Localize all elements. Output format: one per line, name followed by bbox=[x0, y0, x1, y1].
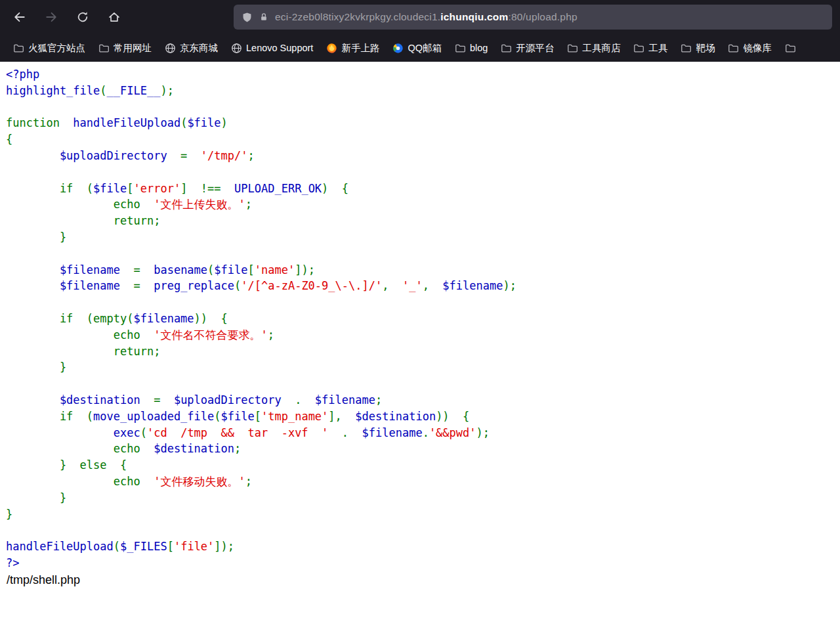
code-token: return; bbox=[6, 214, 160, 227]
code-token: . bbox=[282, 393, 315, 406]
code-token: $filename bbox=[6, 263, 120, 276]
globe-icon bbox=[165, 43, 176, 54]
code-token: ) bbox=[221, 116, 228, 129]
back-icon bbox=[14, 11, 26, 23]
code-token: = bbox=[120, 263, 154, 276]
code-line: if (empty($filename)) { bbox=[6, 311, 840, 327]
back-button[interactable] bbox=[8, 5, 32, 29]
code-line bbox=[6, 522, 840, 538]
code-token: $file bbox=[214, 263, 247, 276]
code-token: handleFileUpload bbox=[73, 116, 180, 129]
code-token: ( bbox=[140, 426, 147, 439]
forward-button[interactable] bbox=[39, 5, 63, 29]
bookmark-qq-mail[interactable]: QQ邮箱 bbox=[386, 39, 448, 58]
code-token: , bbox=[382, 279, 402, 292]
code-token: $destination bbox=[6, 393, 140, 406]
code-token: $filename bbox=[6, 279, 120, 292]
code-token: $uploadDirectory bbox=[6, 149, 167, 162]
php-source-code: <?phphighlight_file(__FILE__); function … bbox=[6, 66, 840, 571]
code-token: 'tmp_name' bbox=[261, 410, 328, 423]
code-token: } else { bbox=[6, 458, 127, 472]
code-token: $_FILES bbox=[120, 540, 167, 553]
code-line: echo '文件移动失败。'; bbox=[6, 473, 840, 490]
code-token: } bbox=[6, 231, 66, 244]
code-token: '文件上传失败。' bbox=[154, 198, 245, 211]
code-line bbox=[6, 294, 840, 311]
folder-icon bbox=[681, 43, 692, 54]
code-token: ( bbox=[180, 116, 187, 129]
bookmark-tools[interactable]: 工具 bbox=[627, 39, 674, 58]
code-line: handleFileUpload($_FILES['file']); bbox=[6, 538, 840, 555]
code-line: echo '文件上传失败。'; bbox=[6, 196, 840, 213]
reload-button[interactable] bbox=[71, 5, 94, 29]
folder-icon bbox=[567, 43, 578, 54]
code-token: ; bbox=[268, 328, 274, 341]
code-line: } bbox=[6, 359, 840, 376]
code-token: echo bbox=[6, 442, 154, 455]
code-line bbox=[6, 376, 840, 392]
lock-icon[interactable] bbox=[259, 12, 268, 22]
code-token: ); bbox=[503, 279, 516, 292]
code-line: $filename = basename($file['name']); bbox=[6, 262, 840, 278]
code-token: $filename bbox=[442, 279, 503, 292]
code-token: '/[^a-zA-Z0-9_\-\.]/' bbox=[241, 279, 382, 292]
firefox-icon bbox=[326, 43, 337, 54]
code-token: )) { bbox=[436, 410, 469, 423]
bookmark-mirror-lib[interactable]: 镜像库 bbox=[721, 39, 778, 58]
code-token: 'file' bbox=[174, 540, 214, 553]
code-token: ; bbox=[245, 198, 252, 211]
code-token: = bbox=[140, 393, 174, 406]
code-token: ) { bbox=[322, 182, 348, 195]
folder-icon bbox=[13, 43, 24, 54]
home-button[interactable] bbox=[102, 5, 126, 29]
code-token: $destination bbox=[355, 410, 436, 423]
code-token: UPLOAD_ERR_OK bbox=[234, 182, 322, 195]
code-token: exec bbox=[114, 426, 140, 439]
code-token: $filename bbox=[133, 312, 194, 325]
code-token: ; bbox=[375, 393, 382, 406]
tracking-shield-icon[interactable] bbox=[242, 12, 253, 23]
code-line: exec('cd /tmp && tar -xvf ' . $filename.… bbox=[6, 425, 840, 441]
bookmark-jd-mall[interactable]: 京东商城 bbox=[158, 39, 224, 58]
bookmark-open-source[interactable]: 开源平台 bbox=[494, 39, 560, 58]
globe-icon bbox=[231, 43, 242, 54]
bookmark-target-range[interactable]: 靶场 bbox=[674, 39, 721, 58]
code-token: '文件名不符合要求。' bbox=[154, 328, 267, 341]
code-token: . bbox=[328, 426, 362, 439]
folder-icon bbox=[98, 43, 110, 54]
code-token: ; bbox=[234, 442, 241, 455]
code-token: ); bbox=[476, 426, 490, 439]
bookmark-blog[interactable]: blog bbox=[448, 39, 494, 57]
code-token: = bbox=[167, 149, 201, 162]
code-token: ?> bbox=[6, 556, 19, 569]
code-token: ; bbox=[247, 149, 254, 162]
folder-icon bbox=[501, 43, 512, 54]
browser-toolbar: eci-2zeb0l8tixy2kvkrpkgy.cloudeci1.ichun… bbox=[0, 0, 840, 34]
code-token: [ bbox=[255, 410, 261, 423]
code-line: if (move_uploaded_file($file['tmp_name']… bbox=[6, 408, 840, 425]
url-text: eci-2zeb0l8tixy2kvkrpkgy.cloudeci1.ichun… bbox=[275, 11, 578, 23]
code-token: '文件移动失败。' bbox=[154, 475, 245, 488]
code-line: } bbox=[6, 229, 840, 246]
code-token: echo bbox=[6, 198, 154, 211]
bookmark-clipped[interactable] bbox=[778, 39, 807, 57]
url-prefix: eci-2zeb0l8tixy2kvkrpkgy.cloudeci1. bbox=[275, 11, 440, 22]
bookmark-getting-started[interactable]: 新手上路 bbox=[320, 39, 386, 58]
code-line: $uploadDirectory = '/tmp/'; bbox=[6, 148, 840, 164]
bookmark-lenovo-support[interactable]: Lenovo Support bbox=[224, 39, 320, 57]
code-line: } bbox=[6, 506, 840, 523]
url-bar[interactable]: eci-2zeb0l8tixy2kvkrpkgy.cloudeci1.ichun… bbox=[234, 5, 832, 30]
code-token: $destination bbox=[154, 442, 234, 455]
code-line: <?php bbox=[6, 66, 840, 83]
code-line: ?> bbox=[6, 555, 840, 571]
bookmark-tool-store[interactable]: 工具商店 bbox=[560, 39, 627, 58]
code-token: '_' bbox=[402, 279, 423, 292]
url-domain: ichunqiu.com bbox=[440, 11, 508, 22]
bookmark-firefox-official[interactable]: 火狐官方站点 bbox=[7, 39, 92, 58]
code-token: preg_replace bbox=[154, 279, 234, 292]
code-token: $file bbox=[93, 182, 127, 195]
code-token: $uploadDirectory bbox=[174, 393, 282, 406]
home-icon bbox=[108, 11, 120, 23]
bookmark-common-sites[interactable]: 常用网址 bbox=[92, 39, 158, 58]
code-token: $filename bbox=[315, 393, 375, 406]
